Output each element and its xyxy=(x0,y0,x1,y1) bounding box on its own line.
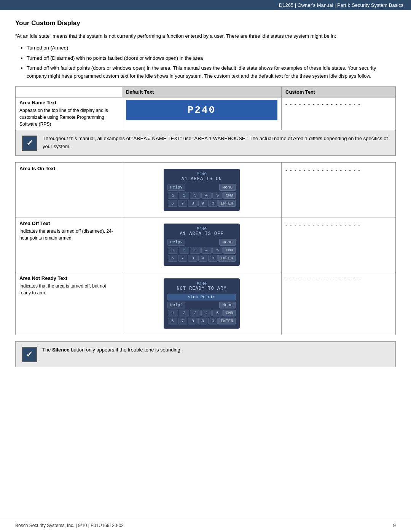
kp-on-btn3: 3 xyxy=(190,192,200,199)
area-not-ready-label: Area Not Ready Text xyxy=(19,275,118,281)
header-product: D1265 xyxy=(279,2,293,8)
kp-off-btn8: 8 xyxy=(188,255,198,262)
kp-on-btn1: 1 xyxy=(168,192,178,199)
kp-off-btn6: 6 xyxy=(168,255,177,262)
kp-nr-view-points: View Points xyxy=(167,294,236,300)
kp-off-menu: Menu xyxy=(219,239,236,246)
area-not-ready-keypad: P240 NOT READY TO ARM View Points Help? … xyxy=(164,278,240,329)
area-is-on-desc-cell: Area Is On Text xyxy=(16,162,122,217)
note1-text: Throughout this manual, all examples of … xyxy=(43,135,389,151)
header-bar: D1265 | Owner's Manual | Part I: Securit… xyxy=(0,0,411,10)
kp-on-btn0: 0 xyxy=(208,200,218,207)
area-name-table: Default Text Custom Text Area Name Text … xyxy=(16,87,395,130)
kp-off-btn5: 5 xyxy=(212,247,223,254)
area-not-ready-desc-cell: Area Not Ready Text Indicates that the a… xyxy=(16,272,122,335)
area-off-desc: Indicates the area is turned off (disarm… xyxy=(19,228,118,241)
kp-nr-line1: NOT READY TO ARM xyxy=(167,286,236,291)
kp-off-title: P240 xyxy=(167,227,236,231)
kp-on-btn8: 8 xyxy=(188,200,198,207)
page-title: Your Custom Display xyxy=(15,19,396,27)
kp-off-cmd: CMD xyxy=(223,247,236,254)
area-name-label: Area Name Text xyxy=(19,100,118,105)
area-name-description-cell: Area Name Text Appears on the top line o… xyxy=(16,97,122,130)
kp-nr-cmd: CMD xyxy=(223,310,236,316)
intro-paragraph: “At an idle state” means that the system… xyxy=(15,32,396,40)
area-is-on-keypad: P240 A1 AREA IS ON Help? Menu 1 2 3 4 5 xyxy=(164,169,240,211)
area-not-ready-keypad-container: P240 NOT READY TO ARM View Points Help? … xyxy=(126,275,278,332)
area-name-sub: Appears on the top line of the display a… xyxy=(19,107,118,128)
note2-icon: ✓ xyxy=(22,347,37,362)
checkmark-icon: ✓ xyxy=(26,138,33,148)
area-is-on-keypad-cell: P240 A1 AREA IS ON Help? Menu 1 2 3 4 5 xyxy=(122,162,282,217)
area-is-on-dashes: - - - - - - - - - - - - - - - - - xyxy=(285,166,392,173)
th-custom: Custom Text xyxy=(282,87,395,97)
bullet-item-3: Turned off with faulted points (doors or… xyxy=(27,64,396,80)
kp-nr-enter: ENTER xyxy=(218,318,236,324)
kp-on-btn4: 4 xyxy=(201,192,212,199)
note2-box: ✓ The Silence button only appears if the… xyxy=(15,341,396,367)
area-off-row: Area Off Text Indicates the area is turn… xyxy=(16,217,396,272)
kp-nr-help: Help? xyxy=(167,302,185,308)
kp-nr-btn9: 9 xyxy=(198,318,208,324)
kp-on-cmd: CMD xyxy=(223,192,236,199)
kp-nr-btn7: 7 xyxy=(178,318,188,324)
th-default: Default Text xyxy=(122,87,281,97)
kp-nr-row-help-menu: Help? Menu xyxy=(167,302,236,308)
bullet-item-2: Turned off (Disarmed) with no points fau… xyxy=(27,54,396,62)
kp-on-btn9: 9 xyxy=(198,200,208,207)
kp-off-enter: ENTER xyxy=(218,255,236,262)
kp-on-row-1-5: 1 2 3 4 5 CMD xyxy=(167,192,236,199)
kp-on-row-help-menu: Help? Menu xyxy=(167,184,236,191)
area-name-display: P240 xyxy=(126,100,277,120)
checkmark2-icon: ✓ xyxy=(26,350,33,359)
area-not-ready-keypad-cell: P240 NOT READY TO ARM View Points Help? … xyxy=(122,272,282,335)
note2-prefix: The xyxy=(42,347,52,353)
note1-icon: ✓ xyxy=(22,136,37,151)
kp-nr-btn2: 2 xyxy=(179,310,189,316)
area-not-ready-custom-cell: - - - - - - - - - - - - - - - - - xyxy=(282,272,396,335)
area-off-custom-cell: - - - - - - - - - - - - - - - - - xyxy=(282,217,396,272)
area-not-ready-dashes: - - - - - - - - - - - - - - - - - xyxy=(285,275,392,283)
areas-table: Area Is On Text P240 A1 AREA IS ON Help?… xyxy=(15,162,396,335)
kp-on-btn7: 7 xyxy=(178,200,188,207)
area-is-on-keypad-container: P240 A1 AREA IS ON Help? Menu 1 2 3 4 5 xyxy=(126,166,278,214)
area-off-keypad-container: P240 A1 AREA IS OFF Help? Menu 1 2 3 4 5 xyxy=(126,220,278,269)
kp-off-row-help-menu: Help? Menu xyxy=(167,239,236,246)
kp-off-help: Help? xyxy=(167,239,185,246)
area-not-ready-desc: Indicates that the area is turned off, b… xyxy=(19,283,118,296)
bullet-list: Turned on (Armed) Turned off (Disarmed) … xyxy=(27,44,396,80)
kp-nr-menu: Menu xyxy=(219,302,236,308)
note1-box: ✓ Throughout this manual, all examples o… xyxy=(16,130,395,156)
area-off-desc-cell: Area Off Text Indicates the area is turn… xyxy=(16,217,122,272)
header-sep1: | xyxy=(293,2,298,8)
area-name-default-cell: P240 xyxy=(122,97,281,130)
footer-right: 9 xyxy=(393,523,396,528)
kp-off-btn1: 1 xyxy=(168,247,178,254)
note2-text: The Silence button only appears if the t… xyxy=(42,346,182,354)
kp-on-help: Help? xyxy=(167,184,185,191)
kp-off-row-1-5: 1 2 3 4 5 CMD xyxy=(167,247,236,254)
area-off-dashes: - - - - - - - - - - - - - - - - - xyxy=(285,220,392,228)
kp-off-btn3: 3 xyxy=(190,247,200,254)
kp-nr-btn1: 1 xyxy=(168,310,178,316)
th-description xyxy=(16,87,122,97)
area-is-on-row: Area Is On Text P240 A1 AREA IS ON Help?… xyxy=(16,162,396,217)
kp-on-menu: Menu xyxy=(219,184,236,191)
kp-on-btn2: 2 xyxy=(179,192,189,199)
area-name-row: Area Name Text Appears on the top line o… xyxy=(16,97,395,130)
area-name-table-wrapper: Default Text Custom Text Area Name Text … xyxy=(15,86,396,156)
header-section: Part I: Security System Basics xyxy=(337,2,403,8)
kp-nr-btn8: 8 xyxy=(188,318,198,324)
area-off-keypad-cell: P240 A1 AREA IS OFF Help? Menu 1 2 3 4 5 xyxy=(122,217,282,272)
kp-nr-row-6-0: 6 7 8 9 0 ENTER xyxy=(167,318,236,324)
area-off-keypad: P240 A1 AREA IS OFF Help? Menu 1 2 3 4 5 xyxy=(164,224,240,266)
area-is-on-label: Area Is On Text xyxy=(19,166,118,171)
footer-left: Bosch Security Systems, Inc. | 9/10 | F0… xyxy=(15,523,124,528)
kp-on-btn6: 6 xyxy=(168,200,177,207)
footer: Bosch Security Systems, Inc. | 9/10 | F0… xyxy=(0,519,411,532)
area-is-on-custom-cell: - - - - - - - - - - - - - - - - - xyxy=(282,162,396,217)
kp-off-line1: A1 AREA IS OFF xyxy=(167,231,236,236)
kp-nr-btn5: 5 xyxy=(212,310,223,316)
area-name-custom-cell: - - - - - - - - - - - - - - - - - xyxy=(282,97,395,130)
kp-nr-btn3: 3 xyxy=(190,310,200,316)
